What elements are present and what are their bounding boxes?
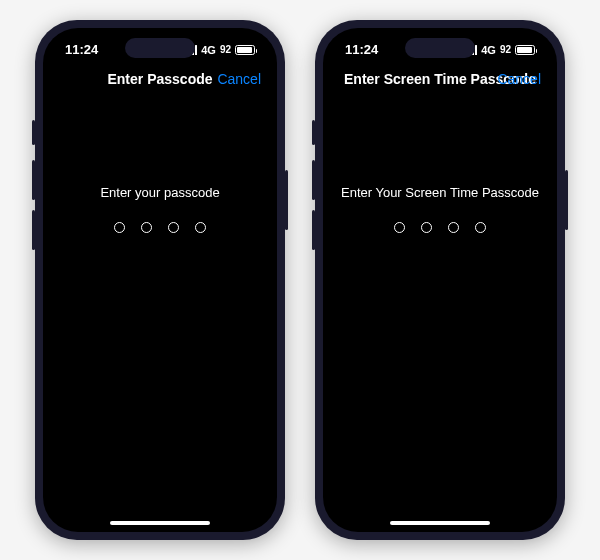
network-label: 4G bbox=[201, 44, 216, 56]
passcode-content: Enter Your Screen Time Passcode bbox=[323, 97, 557, 233]
cancel-button[interactable]: Cancel bbox=[217, 71, 261, 87]
phone-volume-up bbox=[312, 160, 315, 200]
passcode-content: Enter your passcode bbox=[43, 97, 277, 233]
battery-icon bbox=[235, 45, 255, 55]
passcode-dot bbox=[448, 222, 459, 233]
passcode-dot bbox=[421, 222, 432, 233]
battery-percent: 92 bbox=[500, 44, 511, 55]
phone-side-button bbox=[312, 120, 315, 145]
dynamic-island bbox=[125, 38, 195, 58]
nav-bar: Enter Passcode Cancel bbox=[43, 61, 277, 97]
passcode-dot bbox=[141, 222, 152, 233]
phone-power-button bbox=[285, 170, 288, 230]
phone-volume-down bbox=[312, 210, 315, 250]
passcode-dot bbox=[195, 222, 206, 233]
passcode-dot bbox=[394, 222, 405, 233]
phone-volume-down bbox=[32, 210, 35, 250]
phone-power-button bbox=[565, 170, 568, 230]
phone-side-button bbox=[32, 120, 35, 145]
dynamic-island bbox=[405, 38, 475, 58]
cancel-button[interactable]: Cancel bbox=[497, 71, 541, 87]
nav-title: Enter Passcode bbox=[107, 71, 212, 87]
prompt-label: Enter your passcode bbox=[100, 185, 219, 200]
home-indicator[interactable] bbox=[110, 521, 210, 525]
phone-volume-up bbox=[32, 160, 35, 200]
battery-percent: 92 bbox=[220, 44, 231, 55]
status-time: 11:24 bbox=[65, 42, 98, 57]
phone-mockup-right: 11:24 4G 92 Enter Screen Time Passcode C… bbox=[315, 20, 565, 540]
battery-icon bbox=[515, 45, 535, 55]
passcode-dots[interactable] bbox=[394, 222, 486, 233]
passcode-dot bbox=[114, 222, 125, 233]
passcode-dot bbox=[168, 222, 179, 233]
status-time: 11:24 bbox=[345, 42, 378, 57]
passcode-dots[interactable] bbox=[114, 222, 206, 233]
home-indicator[interactable] bbox=[390, 521, 490, 525]
passcode-dot bbox=[475, 222, 486, 233]
phone-mockup-left: 11:24 4G 92 Enter Passcode Cancel Enter … bbox=[35, 20, 285, 540]
phone-screen: 11:24 4G 92 Enter Passcode Cancel Enter … bbox=[43, 28, 277, 532]
nav-bar: Enter Screen Time Passcode Cancel bbox=[323, 61, 557, 97]
network-label: 4G bbox=[481, 44, 496, 56]
prompt-label: Enter Your Screen Time Passcode bbox=[341, 185, 539, 200]
phone-screen: 11:24 4G 92 Enter Screen Time Passcode C… bbox=[323, 28, 557, 532]
